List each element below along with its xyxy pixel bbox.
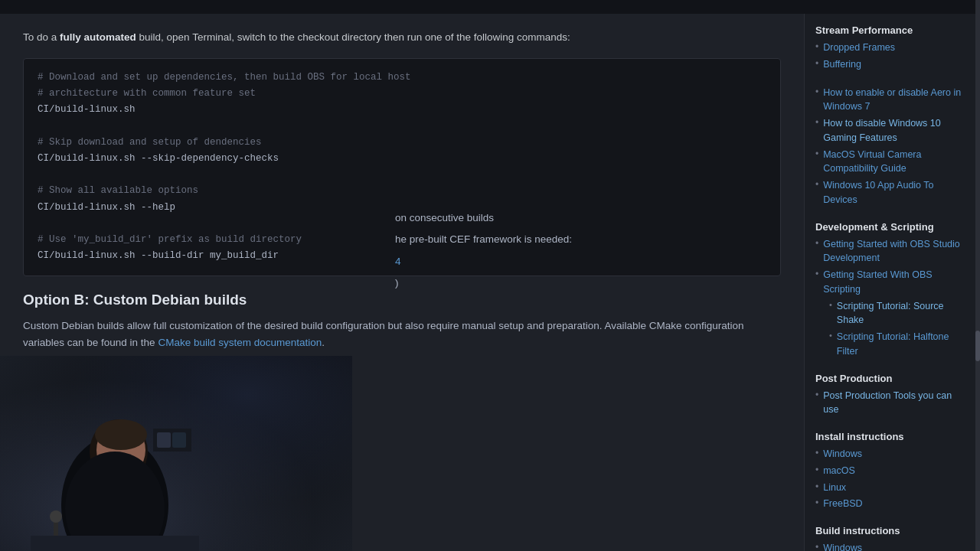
scrollbar-thumb[interactable] [975,331,980,361]
top-bar [0,0,980,14]
stream-performance-section: Stream Performance Dropped Frames Buffer… [815,24,969,72]
build-instructions-title: Build instructions [815,525,969,536]
halftone-filter-link[interactable]: Scripting Tutorial: Halftone Filter [837,330,969,359]
svg-point-8 [50,510,62,523]
install-macos-link[interactable]: macOS [823,464,855,478]
sidebar-item-buffering[interactable]: Buffering [815,57,969,72]
code-comment-4: # Show all available options [38,185,198,196]
sidebar-item-halftone-filter[interactable]: Scripting Tutorial: Halftone Filter [815,330,969,359]
obs-scripting-link[interactable]: Getting Started With OBS Scripting [823,268,969,297]
misc-links-section: How to enable or disable Aero in Windows… [815,86,969,207]
main-layout: To do a fully automated build, open Term… [0,14,980,551]
sidebar-item-obs-dev[interactable]: Getting Started with OBS Studio Developm… [815,237,969,266]
post-production-title: Post Production [815,373,969,384]
bullet-line-3: 4 [383,253,781,270]
dev-scripting-section: Development & Scripting Getting Started … [815,221,969,359]
cef-link[interactable]: 4 [395,256,401,267]
sidebar-item-aero[interactable]: How to enable or disable Aero in Windows… [815,86,969,115]
install-instructions-section: Install instructions Windows macOS Linux… [815,431,969,511]
buffering-link[interactable]: Buffering [823,57,861,72]
sidebar-item-source-shake[interactable]: Scripting Tutorial: Source Shake [815,299,969,328]
build-windows-link[interactable]: Windows [823,541,862,551]
obs-dev-link[interactable]: Getting Started with OBS Studio Developm… [823,237,969,266]
dropped-frames-link[interactable]: Dropped Frames [823,41,895,55]
aero-link[interactable]: How to enable or disable Aero in Windows… [823,86,969,115]
install-windows-link[interactable]: Windows [823,447,862,461]
post-tools-link[interactable]: Post Production Tools you can use [823,389,969,418]
intro-pre: To do a [23,31,60,43]
sidebar-item-obs-scripting[interactable]: Getting Started With OBS Scripting [815,268,969,297]
dev-scripting-title: Development & Scripting [815,221,969,233]
stream-performance-title: Stream Performance [815,24,969,36]
code-comment-2: # architecture with common feature set [38,88,256,99]
video-overlay [0,356,352,551]
video-placeholder [0,356,352,551]
sidebar-item-macos-camera[interactable]: MacOS Virtual Camera Compatibility Guide [815,148,969,177]
person-silhouette [31,383,199,551]
content-area[interactable]: To do a fully automated build, open Term… [0,14,804,551]
code-line-4: CI/build-linux.sh --build-dir my_build_d… [38,250,279,261]
code-line-1: CI/build-linux.sh [38,104,136,115]
sidebar-item-windows10-audio[interactable]: Windows 10 App Audio To Devices [815,178,969,207]
code-comment-5: # Use 'my_build_dir' prefix as build dir… [38,234,302,245]
sidebar-item-install-linux[interactable]: Linux [815,481,969,495]
intro-paragraph: To do a fully automated build, open Term… [23,29,781,46]
code-comment-3: # Skip download and setup of dendencies [38,137,262,148]
windows10-audio-link[interactable]: Windows 10 App Audio To Devices [823,178,969,207]
sidebar-item-build-windows[interactable]: Windows [815,541,969,551]
intro-post: build, open Terminal, switch to the chec… [136,31,570,43]
option-b-text-end: . [322,337,325,348]
svg-point-4 [95,419,147,450]
bullet-line-4: ) [383,275,781,292]
source-shake-link[interactable]: Scripting Tutorial: Source Shake [837,299,969,328]
install-freebsd-link[interactable]: FreeBSD [823,497,862,511]
windows10-gaming-link[interactable]: How to disable Windows 10 Gaming Feature… [823,116,969,145]
sidebar-item-dropped-frames[interactable]: Dropped Frames [815,41,969,55]
post-production-section: Post Production Post Production Tools yo… [815,373,969,418]
sidebar: Stream Performance Dropped Frames Buffer… [804,14,980,551]
sidebar-item-post-tools[interactable]: Post Production Tools you can use [815,389,969,418]
sidebar-item-windows10-gaming[interactable]: How to disable Windows 10 Gaming Feature… [815,116,969,145]
sidebar-item-install-macos[interactable]: macOS [815,464,969,478]
code-line-3: CI/build-linux.sh --help [38,202,175,213]
bullet-line-1: on consecutive builds [383,210,781,227]
sidebar-item-install-freebsd[interactable]: FreeBSD [815,497,969,511]
intro-bold: fully automated [60,31,136,43]
svg-rect-12 [172,432,186,448]
sidebar-item-install-windows[interactable]: Windows [815,447,969,461]
svg-rect-11 [157,432,171,448]
install-instructions-title: Install instructions [815,431,969,442]
install-linux-link[interactable]: Linux [823,481,846,495]
scrollbar-track[interactable] [975,14,980,551]
macos-camera-link[interactable]: MacOS Virtual Camera Compatibility Guide [823,148,969,177]
build-instructions-section: Build instructions Windows macOS Linux F… [815,525,969,551]
code-comment-1: # Download and set up dependencies, then… [38,72,411,83]
code-line-2: CI/build-linux.sh --skip-dependency-chec… [38,153,279,164]
bullet-line-2: he pre-built CEF framework is needed: [383,231,781,248]
svg-rect-9 [31,536,199,551]
cmake-link[interactable]: CMake build system documentation [158,337,322,348]
